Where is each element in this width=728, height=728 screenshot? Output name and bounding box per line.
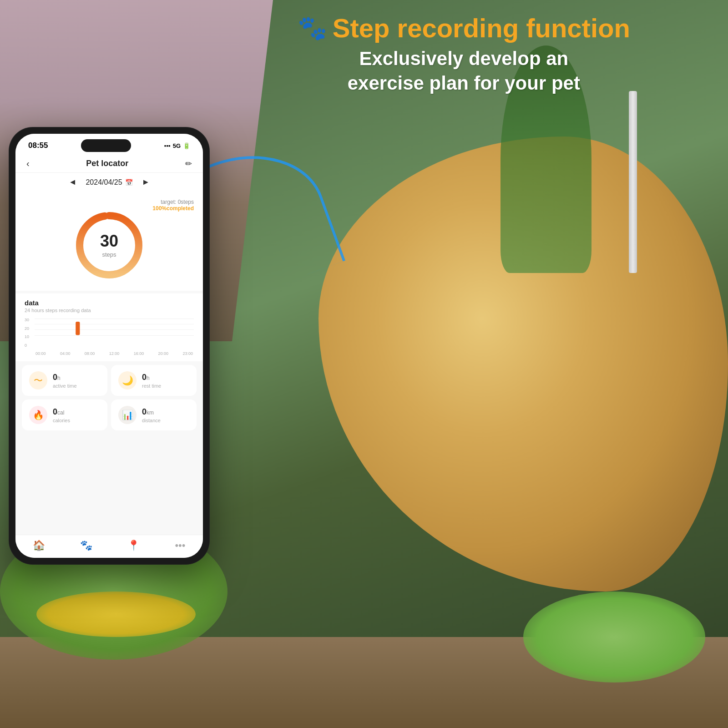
- distance-label: distance: [142, 418, 161, 423]
- nav-home-button[interactable]: 🏠: [33, 540, 45, 551]
- steps-circle-container: 30 steps: [25, 209, 194, 282]
- bottom-navigation: 🏠 🐾 📍 •••: [15, 535, 203, 558]
- data-section: data 24 hours steps recording data 30 20…: [15, 293, 203, 361]
- date-selector: ◄ 2024/04/25 📅 ►: [15, 173, 203, 192]
- nav-more-button[interactable]: •••: [175, 540, 185, 551]
- calories-icon: 🔥: [29, 406, 47, 424]
- paw-nav-icon: 🐾: [80, 540, 92, 551]
- more-icon: •••: [175, 540, 185, 551]
- rest-time-icon: 🌙: [118, 371, 136, 389]
- status-icons: ▪▪▪ 5G 🔋: [164, 142, 190, 149]
- screen-title: Pet locator: [86, 159, 128, 168]
- calories-label: calories: [53, 418, 70, 423]
- distance-card: 📊 0km distance: [111, 399, 197, 430]
- nav-location-button[interactable]: 📍: [127, 540, 140, 551]
- status-bar: 08:55 ▪▪▪ 5G 🔋: [15, 134, 203, 155]
- back-button[interactable]: ‹: [26, 158, 30, 169]
- subtitle: Exclusively develop an exercise plan for…: [298, 46, 630, 96]
- date-display: 2024/04/25 📅: [86, 178, 132, 187]
- active-time-card: 〜 0h active time: [22, 365, 107, 396]
- rest-time-value: 0h: [142, 373, 161, 382]
- pole: [629, 91, 637, 273]
- grass-right: [523, 592, 705, 682]
- home-icon: 🏠: [33, 540, 45, 551]
- prev-date-button[interactable]: ◄: [69, 177, 77, 187]
- rest-time-card: 🌙 0h rest time: [111, 365, 197, 396]
- distance-icon: 📊: [118, 406, 136, 424]
- target-label: target: 0steps: [152, 199, 194, 205]
- location-icon: 📍: [127, 540, 140, 551]
- svg-rect-6: [76, 322, 80, 335]
- distance-info: 0km distance: [142, 407, 161, 423]
- page-header: 🐾 Step recording function Exclusively de…: [298, 14, 630, 96]
- paw-icon: 🐾: [298, 14, 327, 42]
- calories-card: 🔥 0cal calories: [22, 399, 107, 430]
- calendar-icon[interactable]: 📅: [125, 179, 133, 186]
- signal-icon: ▪▪▪: [164, 142, 171, 149]
- chart-svg: [35, 317, 194, 349]
- active-time-icon: 〜: [29, 371, 47, 389]
- edit-button[interactable]: ✏: [185, 159, 192, 169]
- active-time-label: active time: [53, 383, 77, 389]
- calories-value: 0cal: [53, 407, 70, 417]
- next-date-button[interactable]: ►: [142, 177, 150, 187]
- nav-pet-button[interactable]: 🐾: [80, 540, 92, 551]
- phone-mockup: 08:55 ▪▪▪ 5G 🔋 ‹ Pet locator ✏ ◄ 2024/04…: [9, 127, 209, 564]
- yellow-flowers: [36, 592, 196, 637]
- active-time-value: 0h: [53, 373, 77, 382]
- notch: [81, 139, 131, 152]
- steps-unit-label: steps: [102, 251, 116, 258]
- battery-icon: 🔋: [183, 142, 190, 149]
- distance-value: 0km: [142, 407, 161, 417]
- steps-number: 30: [100, 233, 118, 249]
- calories-info: 0cal calories: [53, 407, 70, 423]
- data-subtitle: 24 hours steps recording data: [25, 308, 194, 313]
- stats-grid: 〜 0h active time 🌙 0h rest time: [15, 361, 203, 434]
- chart-x-axis: 00:00 04:00 08:00 12:00 16:00 20:00 23:0…: [35, 351, 194, 356]
- data-title: data: [25, 299, 194, 307]
- network-label: 5G: [173, 142, 181, 149]
- main-title: Step recording function: [333, 14, 630, 43]
- rest-time-info: 0h rest time: [142, 373, 161, 389]
- steps-section: target: 0steps 100%completed: [15, 192, 203, 291]
- steps-value-display: 30 steps: [73, 209, 146, 282]
- steps-donut-chart: 30 steps: [73, 209, 146, 282]
- chart-area: 30 20 10 0 00:00: [25, 317, 194, 358]
- nav-bar: ‹ Pet locator ✏: [15, 155, 203, 173]
- active-time-info: 0h active time: [53, 373, 77, 389]
- rest-time-label: rest time: [142, 383, 161, 389]
- phone-screen: 08:55 ▪▪▪ 5G 🔋 ‹ Pet locator ✏ ◄ 2024/04…: [15, 134, 203, 558]
- status-time: 08:55: [28, 141, 48, 150]
- chart-y-axis: 30 20 10 0: [25, 317, 29, 349]
- phone-body: 08:55 ▪▪▪ 5G 🔋 ‹ Pet locator ✏ ◄ 2024/04…: [9, 127, 209, 564]
